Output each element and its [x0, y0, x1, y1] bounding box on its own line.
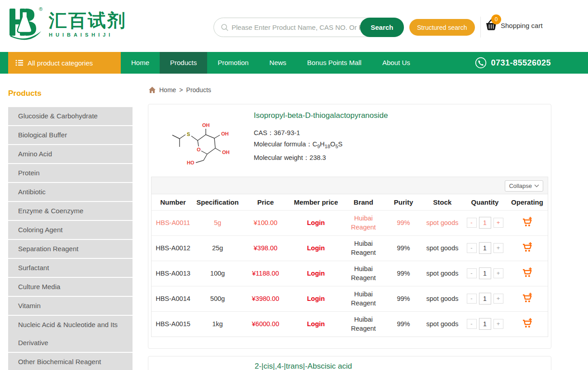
- login-link[interactable]: Login: [307, 320, 325, 328]
- cell-number: HBS-A0013: [152, 261, 194, 286]
- breadcrumb-home-link[interactable]: Home: [159, 86, 176, 94]
- cell-member-price: Login: [290, 210, 341, 235]
- qty-increase-button[interactable]: +: [493, 218, 503, 228]
- sidebar-item-biological-buffer[interactable]: Biological Buffer: [8, 126, 133, 144]
- quantity-stepper: -1+: [467, 217, 503, 229]
- svg-text:HO: HO: [187, 160, 194, 165]
- sidebar-item-vitamin[interactable]: Vitamin: [8, 297, 133, 315]
- pricing-table-box: Collapse NumberSpecificationPriceMember …: [151, 177, 548, 337]
- molecular-formula-value: C9H18O5S: [313, 141, 342, 148]
- cart-plus-icon: [522, 242, 533, 253]
- breadcrumb-separator: >: [179, 86, 183, 94]
- sidebar-item-antibiotic[interactable]: Antibiotic: [8, 183, 133, 201]
- cell-number: HBS-A0015: [152, 311, 194, 337]
- site-header: ® 汇百试剂 HUIBAISHIJI Search Structured sea…: [0, 0, 588, 52]
- chevron-down-icon: [534, 184, 539, 187]
- qty-increase-button[interactable]: +: [493, 319, 503, 329]
- nav-item-bonus-points-mall[interactable]: Bonus Points Mall: [297, 52, 372, 74]
- structured-search-button[interactable]: Structured search: [409, 19, 475, 36]
- sidebar-item-protein[interactable]: Protein: [8, 164, 133, 182]
- login-link[interactable]: Login: [307, 270, 325, 277]
- add-to-cart-button[interactable]: [521, 241, 534, 255]
- breadcrumb-current: Products: [186, 86, 211, 94]
- product-info: Isopropyl-beta-D-thiogalactopyranoside C…: [254, 111, 388, 165]
- main-navbar: All product categories HomeProductsPromo…: [0, 52, 588, 74]
- home-icon: [148, 86, 156, 94]
- search-button[interactable]: Search: [360, 18, 404, 37]
- add-to-cart-button[interactable]: [521, 317, 534, 331]
- qty-decrease-button[interactable]: -: [467, 268, 477, 278]
- header-divider: [480, 17, 481, 37]
- logo-cn-text: 汇百试剂: [49, 11, 127, 30]
- cart-plus-icon: [522, 318, 533, 328]
- cell-stock: spot goods: [422, 210, 463, 235]
- qty-decrease-button[interactable]: -: [467, 294, 477, 304]
- column-header-price: Price: [241, 194, 290, 210]
- column-header-quantity: Quantity: [463, 194, 507, 210]
- quantity-stepper: -1+: [467, 267, 503, 279]
- sidebar-item-other-biochemical-reagent[interactable]: Other Biochemical Reagent: [8, 353, 133, 370]
- nav-item-promotion[interactable]: Promotion: [207, 52, 259, 74]
- product-title[interactable]: Isopropyl-beta-D-thiogalactopyranoside: [254, 111, 388, 121]
- cell-price: ¥6000.00: [241, 311, 290, 337]
- sidebar-item-nucleic-acid-nucleotide-and-its-derivative[interactable]: Nucleic Acid & Nucleotide and Its Deriva…: [8, 316, 133, 352]
- sidebar-item-amino-acid[interactable]: Amino Acid: [8, 145, 133, 163]
- nav-item-products[interactable]: Products: [160, 52, 207, 74]
- qty-input[interactable]: 1: [479, 267, 491, 279]
- column-header-stock: Stock: [422, 194, 463, 210]
- svg-text:O: O: [197, 147, 201, 152]
- qty-increase-button[interactable]: +: [493, 268, 503, 278]
- sidebar-item-separation-reagent[interactable]: Separation Reagent: [8, 240, 133, 258]
- cell-quantity: -1+: [463, 311, 507, 337]
- site-logo[interactable]: ® 汇百试剂 HUIBAISHIJI: [8, 5, 127, 43]
- sidebar-item-glucoside-carbohydrate[interactable]: Glucoside & Carbohydrate: [8, 107, 133, 125]
- sidebar-list: Glucoside & CarbohydrateBiological Buffe…: [8, 107, 133, 370]
- cart-plus-icon: [522, 293, 533, 303]
- nav-item-news[interactable]: News: [259, 52, 297, 74]
- shopping-cart-button[interactable]: 0 Shopping cart: [484, 19, 543, 32]
- quantity-stepper: -1+: [467, 318, 503, 330]
- login-link[interactable]: Login: [307, 295, 325, 302]
- table-row-hbs-a0014: HBS-A0014500g¥3980.00LoginHuibai Reagent…: [152, 286, 548, 311]
- cell-number: HBS-A0014: [152, 286, 194, 311]
- qty-increase-button[interactable]: +: [493, 294, 503, 304]
- weight-value: 238.3: [309, 154, 326, 161]
- weight-row: Molecular weight：238.3: [254, 154, 388, 162]
- login-link[interactable]: Login: [307, 219, 325, 226]
- sidebar-item-enzyme-coenzyme[interactable]: Enzyme & Coenzyme: [8, 202, 133, 220]
- categories-label: All product categories: [28, 59, 93, 67]
- cell-purity: 99%: [385, 286, 422, 311]
- cell-price: ¥398.00: [241, 235, 290, 261]
- qty-input[interactable]: 1: [479, 242, 491, 254]
- collapse-button[interactable]: Collapse: [505, 180, 543, 192]
- qty-decrease-button[interactable]: -: [467, 243, 477, 253]
- add-to-cart-button[interactable]: [521, 216, 534, 229]
- qty-increase-button[interactable]: +: [493, 243, 503, 253]
- product2-title[interactable]: 2-|cis|,4-|trans|-Abscisic acid: [255, 362, 352, 370]
- nav-item-home[interactable]: Home: [121, 52, 160, 74]
- add-to-cart-button[interactable]: [521, 292, 534, 305]
- cas-value: 367-93-1: [274, 129, 300, 136]
- qty-input[interactable]: 1: [479, 293, 491, 304]
- qty-input[interactable]: 1: [479, 318, 491, 330]
- registered-mark: ®: [39, 6, 43, 12]
- sidebar-item-culture-media[interactable]: Culture Media: [8, 278, 133, 296]
- cell-brand: Huibai Reagent: [341, 261, 385, 286]
- add-to-cart-button[interactable]: [521, 267, 534, 280]
- all-categories-button[interactable]: All product categories: [8, 52, 121, 74]
- qty-input[interactable]: 1: [479, 217, 491, 229]
- login-link[interactable]: Login: [307, 244, 325, 252]
- svg-text:OH: OH: [221, 131, 229, 136]
- cell-member-price: Login: [290, 235, 341, 261]
- qty-decrease-button[interactable]: -: [467, 319, 477, 329]
- qty-decrease-button[interactable]: -: [467, 218, 477, 228]
- sidebar-item-coloring-agent[interactable]: Coloring Agent: [8, 221, 133, 239]
- svg-text:OH: OH: [222, 150, 230, 155]
- cell-member-price: Login: [290, 311, 341, 337]
- sidebar-item-surfactant[interactable]: Surfactant: [8, 259, 133, 277]
- cell-stock: spot goods: [422, 311, 463, 337]
- logo-text: 汇百试剂 HUIBAISHIJI: [49, 5, 127, 37]
- svg-text:OH: OH: [202, 122, 210, 128]
- cell-price: ¥1188.00: [241, 261, 290, 286]
- nav-item-about-us[interactable]: About Us: [372, 52, 421, 74]
